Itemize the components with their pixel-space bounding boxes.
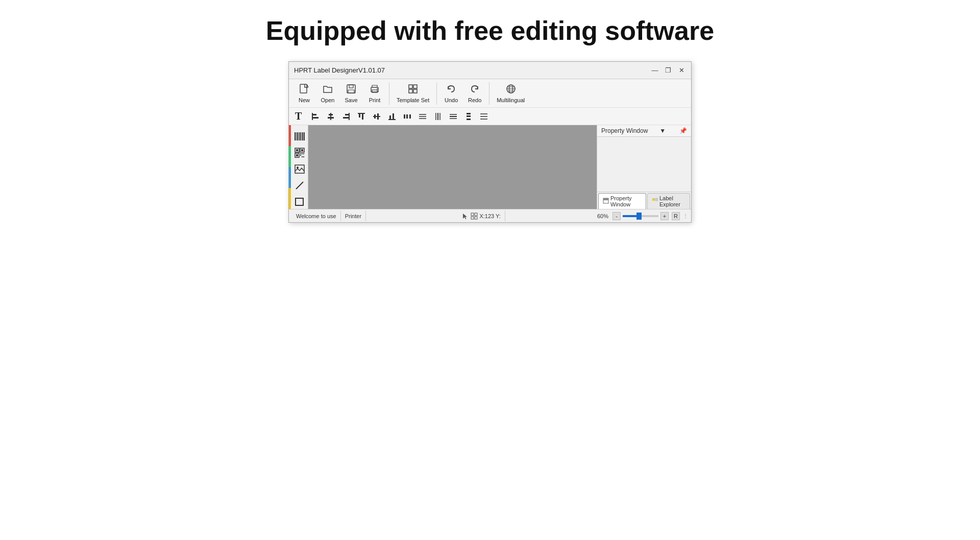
color-blue	[289, 167, 291, 188]
property-panel-tabs: Property Window Label Explorer	[597, 192, 691, 209]
property-panel-dropdown-icon[interactable]: ▼	[659, 127, 666, 134]
toolbar-save[interactable]: Save	[340, 81, 362, 105]
align-top-edges[interactable]	[355, 110, 368, 123]
svg-line-75	[296, 182, 303, 189]
toolbar-undo[interactable]: Undo	[440, 81, 462, 105]
left-sidebar	[289, 125, 308, 209]
tab-property-window[interactable]: Property Window	[598, 193, 646, 209]
status-bar: Welcome to use Printer X:123 Y: 60% - + …	[289, 209, 691, 222]
toolbar-separator-1	[389, 82, 389, 105]
image-tool[interactable]	[292, 162, 307, 176]
svg-rect-18	[312, 114, 316, 115]
toolbar-open[interactable]: Open	[316, 81, 339, 105]
canvas-area[interactable]	[308, 125, 597, 209]
multilingual-label: Multilingual	[497, 97, 525, 103]
rectangle-tool[interactable]	[292, 195, 307, 209]
align-right-edges[interactable]	[339, 110, 353, 123]
svg-rect-69	[303, 153, 304, 154]
zoom-slider[interactable]	[623, 215, 658, 217]
text-tool[interactable]: T	[293, 109, 304, 123]
svg-rect-36	[406, 114, 408, 119]
svg-rect-66	[296, 154, 298, 156]
status-welcome: Welcome to use	[292, 210, 341, 221]
template-set-label: Template Set	[397, 97, 429, 103]
svg-rect-56	[299, 132, 299, 140]
svg-rect-31	[377, 113, 379, 120]
zoom-slider-thumb[interactable]	[636, 213, 642, 220]
line-tool[interactable]	[292, 178, 307, 193]
zoom-minus-button[interactable]: -	[612, 212, 621, 220]
color-strip	[289, 125, 291, 209]
toolbar-template-set[interactable]: Template Set	[393, 81, 433, 105]
svg-rect-47	[467, 113, 471, 114]
barcode-tool[interactable]	[292, 129, 307, 144]
svg-rect-30	[374, 114, 376, 119]
save-icon	[346, 83, 357, 96]
svg-rect-35	[404, 114, 405, 119]
align-left-edges[interactable]	[309, 110, 322, 123]
qrcode-tool[interactable]	[292, 146, 307, 160]
align-horizontal-center[interactable]	[416, 110, 429, 123]
align-horizontal-bar[interactable]	[447, 110, 460, 123]
toolbar-redo[interactable]: Redo	[463, 81, 486, 105]
close-button[interactable]: ✕	[677, 66, 686, 75]
open-icon	[322, 83, 333, 96]
svg-rect-48	[467, 115, 471, 117]
svg-rect-9	[413, 85, 417, 88]
zoom-reset-button[interactable]: R	[672, 212, 680, 220]
svg-rect-54	[296, 132, 297, 140]
svg-rect-19	[312, 117, 318, 119]
color-green	[289, 146, 291, 167]
toolbar-separator-3	[489, 82, 489, 105]
svg-rect-49	[467, 119, 471, 120]
svg-rect-27	[359, 113, 360, 118]
svg-rect-21	[329, 114, 333, 115]
svg-rect-34	[393, 113, 394, 120]
label-explorer-tab-icon	[652, 198, 658, 205]
svg-rect-10	[409, 89, 412, 93]
svg-rect-59	[302, 132, 303, 140]
property-window-tab-icon	[603, 198, 609, 205]
property-panel-pin-icon[interactable]: 📌	[679, 127, 687, 134]
align-equal-spacing[interactable]	[477, 110, 491, 123]
svg-rect-64	[301, 149, 303, 151]
app-title: HPRT Label DesignerV1.01.07	[294, 66, 385, 74]
redo-label: Redo	[468, 97, 481, 103]
zoom-controls: 60% - + R ⋮	[597, 212, 688, 220]
print-icon	[369, 83, 380, 96]
toolbar-new[interactable]: New	[293, 81, 315, 105]
undo-label: Undo	[445, 97, 458, 103]
svg-rect-76	[296, 198, 303, 205]
toolbar-multilingual[interactable]: Multilingual	[493, 81, 529, 105]
align-center-vertical[interactable]	[370, 110, 383, 123]
page-title: Equipped with free editing software	[266, 15, 714, 46]
align-center-horizontal[interactable]	[324, 110, 337, 123]
distribute-vertically[interactable]	[462, 110, 475, 123]
svg-rect-62	[296, 149, 298, 151]
svg-rect-11	[413, 89, 417, 93]
more-icon[interactable]: ⋮	[683, 213, 688, 219]
multilingual-icon	[505, 83, 517, 96]
property-panel-content	[597, 137, 691, 192]
maximize-button[interactable]: ❐	[664, 66, 673, 75]
property-panel: Property Window ▼ 📌 Property Window Labe…	[597, 125, 691, 209]
svg-rect-3	[349, 85, 353, 88]
zoom-plus-button[interactable]: +	[660, 212, 669, 220]
svg-rect-0	[300, 84, 307, 93]
tab-label-explorer[interactable]: Label Explorer	[647, 193, 690, 209]
new-label: New	[299, 97, 310, 103]
color-yellow	[289, 188, 291, 209]
title-bar: HPRT Label DesignerV1.01.07 — ❐ ✕	[289, 62, 691, 79]
minimize-button[interactable]: —	[650, 66, 659, 75]
distribute-horizontally[interactable]	[401, 110, 414, 123]
grid-icon	[471, 213, 478, 220]
app-window: HPRT Label DesignerV1.01.07 — ❐ ✕ New Op…	[288, 61, 692, 223]
toolbar-print[interactable]: Print	[363, 81, 386, 105]
svg-point-7	[377, 88, 378, 89]
svg-rect-4	[348, 90, 354, 93]
svg-rect-33	[389, 115, 391, 120]
align-bottom-edges[interactable]	[385, 110, 399, 123]
svg-rect-83	[471, 217, 474, 219]
svg-rect-25	[343, 117, 349, 119]
align-vertical-bar[interactable]	[431, 110, 445, 123]
